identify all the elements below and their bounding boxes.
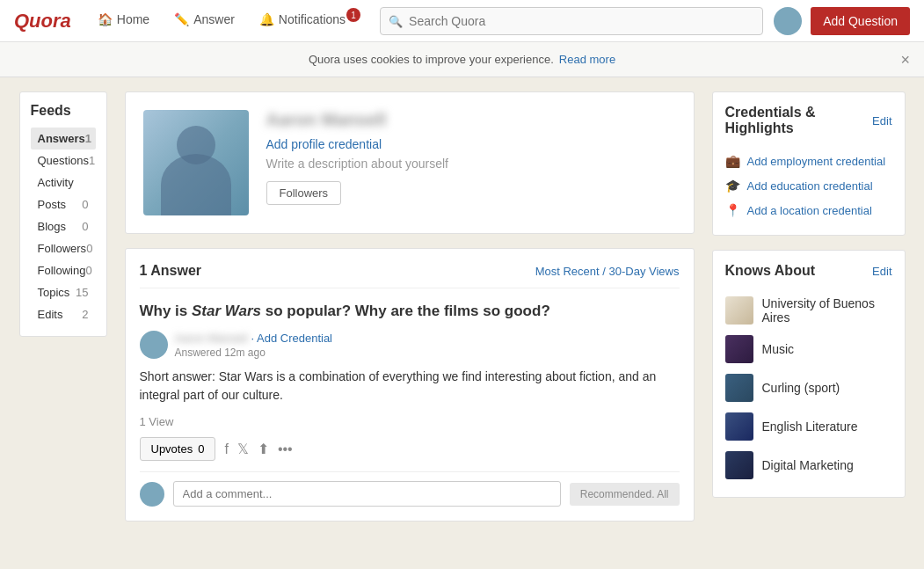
graduation-icon: 🎓 <box>725 179 740 193</box>
notification-badge: 1 <box>346 8 360 22</box>
profile-info: Aaron Mansell Add profile credential Wri… <box>266 110 676 205</box>
share-icon[interactable]: ⬆ <box>258 441 269 457</box>
knows-item-curling[interactable]: Curling (sport) <box>725 368 892 407</box>
add-education-credential[interactable]: 🎓 Add education credential <box>725 173 892 198</box>
marketing-thumbnail <box>725 451 753 479</box>
music-thumbnail <box>725 335 753 363</box>
add-credential-link[interactable]: · Add Credential <box>251 332 333 345</box>
answer-icon: ✏️ <box>174 12 189 26</box>
answer-meta: Aaron Mansell · Add Credential Answered … <box>140 331 680 359</box>
knows-curling-label: Curling (sport) <box>762 381 840 395</box>
recommend-button[interactable]: Recommended. All <box>570 483 680 506</box>
facebook-share-icon[interactable]: f <box>224 441 228 457</box>
briefcase-icon: 💼 <box>725 154 740 168</box>
credentials-section: Credentials & Highlights Edit 💼 Add empl… <box>712 91 906 236</box>
nav-home[interactable]: 🏠 Home <box>89 7 158 34</box>
search-box: 🔍 <box>380 7 763 35</box>
upvote-button[interactable]: Upvotes 0 <box>140 437 216 461</box>
profile-area: Aaron Mansell Add profile credential Wri… <box>125 91 695 234</box>
add-question-button[interactable]: Add Question <box>811 7 910 35</box>
feed-item-following[interactable]: Following 0 <box>31 259 96 281</box>
knows-literature-label: English Literature <box>762 419 858 434</box>
knows-title: Knows About <box>725 263 816 279</box>
add-employment-credential[interactable]: 💼 Add employment credential <box>725 149 892 173</box>
cookie-close-button[interactable]: × <box>900 50 910 69</box>
feed-item-edits[interactable]: Edits 2 <box>31 303 96 325</box>
nav-notifications[interactable]: 🔔 Notifications 1 <box>251 7 369 34</box>
knows-university-label: University of Buenos Aires <box>762 296 892 325</box>
feed-item-activity[interactable]: Activity <box>31 171 96 193</box>
nav-answer[interactable]: ✏️ Answer <box>165 7 244 34</box>
profile-name: Aaron Mansell <box>266 110 676 130</box>
answers-header: 1 Answer Most Recent / 30-Day Views <box>140 263 680 288</box>
feeds-section: Feeds Answers 1 Questions 1 Activity Pos… <box>19 91 107 337</box>
knows-item-music[interactable]: Music <box>725 330 892 368</box>
home-icon: 🏠 <box>98 12 113 26</box>
answer-actions: Upvotes 0 f 𝕏 ⬆ ••• <box>140 437 680 461</box>
sort-30day[interactable]: 30-Day Views <box>609 265 680 278</box>
knows-item-marketing[interactable]: Digital Marketing <box>725 446 892 485</box>
comment-input[interactable] <box>173 481 561 507</box>
add-location-credential[interactable]: 📍 Add a location credential <box>725 198 892 222</box>
answer-author-name: Aaron Mansell <box>175 332 248 345</box>
knows-marketing-label: Digital Marketing <box>762 458 854 472</box>
upvote-label: Upvotes <box>151 442 193 456</box>
profile-avatar <box>143 110 249 215</box>
literature-thumbnail <box>725 412 753 441</box>
knows-item-university[interactable]: University of Buenos Aires <box>725 291 892 330</box>
knows-edit-link[interactable]: Edit <box>872 265 891 278</box>
answer-text: Short answer: Star Wars is a combination… <box>140 368 680 405</box>
cookie-banner: Quora uses cookies to improve your exper… <box>0 42 924 77</box>
answers-section: 1 Answer Most Recent / 30-Day Views Why … <box>125 248 695 522</box>
header: Quora 🏠 Home ✏️ Answer 🔔 Notifications 1… <box>0 0 924 42</box>
cookie-text: Quora uses cookies to improve your exper… <box>309 53 554 66</box>
curling-thumbnail <box>725 374 753 402</box>
answer-views: 1 View <box>140 415 680 428</box>
feeds-title: Feeds <box>31 103 96 119</box>
comment-area: Recommended. All <box>140 471 680 507</box>
left-sidebar: Feeds Answers 1 Questions 1 Activity Pos… <box>19 91 107 522</box>
quora-logo[interactable]: Quora <box>14 10 71 33</box>
knows-item-literature[interactable]: English Literature <box>725 407 892 446</box>
credentials-edit-link[interactable]: Edit <box>872 114 891 128</box>
answer-author-avatar <box>140 331 168 359</box>
feed-item-blogs[interactable]: Blogs 0 <box>31 215 96 237</box>
main-content: Aaron Mansell Add profile credential Wri… <box>125 91 695 522</box>
feed-item-topics[interactable]: Topics 15 <box>31 281 96 303</box>
search-icon: 🔍 <box>389 14 403 27</box>
answers-count: 1 Answer <box>140 263 202 279</box>
upvote-count: 0 <box>198 442 204 456</box>
followers-button[interactable]: Followers <box>266 181 342 205</box>
more-options-icon[interactable]: ••• <box>278 441 293 457</box>
page-layout: Feeds Answers 1 Questions 1 Activity Pos… <box>5 77 920 536</box>
twitter-share-icon[interactable]: 𝕏 <box>237 441 249 457</box>
knows-music-label: Music <box>762 342 795 356</box>
feed-item-answers[interactable]: Answers 1 <box>31 128 96 150</box>
read-more-link[interactable]: Read more <box>559 53 615 66</box>
comment-user-avatar <box>140 482 164 507</box>
search-input[interactable] <box>380 7 763 35</box>
credentials-title: Credentials & Highlights <box>725 105 873 136</box>
sort-options: Most Recent / 30-Day Views <box>535 265 680 278</box>
user-avatar[interactable] <box>774 7 802 35</box>
profile-description: Write a description about yourself <box>266 157 676 171</box>
credentials-header: Credentials & Highlights Edit <box>725 105 892 136</box>
bell-icon: 🔔 <box>259 12 274 26</box>
knows-header: Knows About Edit <box>725 263 892 279</box>
university-thumbnail <box>725 296 753 325</box>
sort-most-recent[interactable]: Most Recent <box>535 265 600 278</box>
feed-item-questions[interactable]: Questions 1 <box>31 150 96 171</box>
profile-credential-link[interactable]: Add profile credential <box>266 137 676 151</box>
main-nav: 🏠 Home ✏️ Answer 🔔 Notifications 1 <box>89 7 369 34</box>
feed-item-followers[interactable]: Followers 0 <box>31 237 96 259</box>
answer-time: Answered 12m ago <box>175 347 266 359</box>
feed-item-posts[interactable]: Posts 0 <box>31 193 96 215</box>
location-pin-icon: 📍 <box>725 203 740 217</box>
question-title: Why is Star Wars so popular? Why are the… <box>140 303 680 320</box>
knows-about-section: Knows About Edit University of Buenos Ai… <box>712 250 906 498</box>
right-sidebar: Credentials & Highlights Edit 💼 Add empl… <box>712 91 906 522</box>
